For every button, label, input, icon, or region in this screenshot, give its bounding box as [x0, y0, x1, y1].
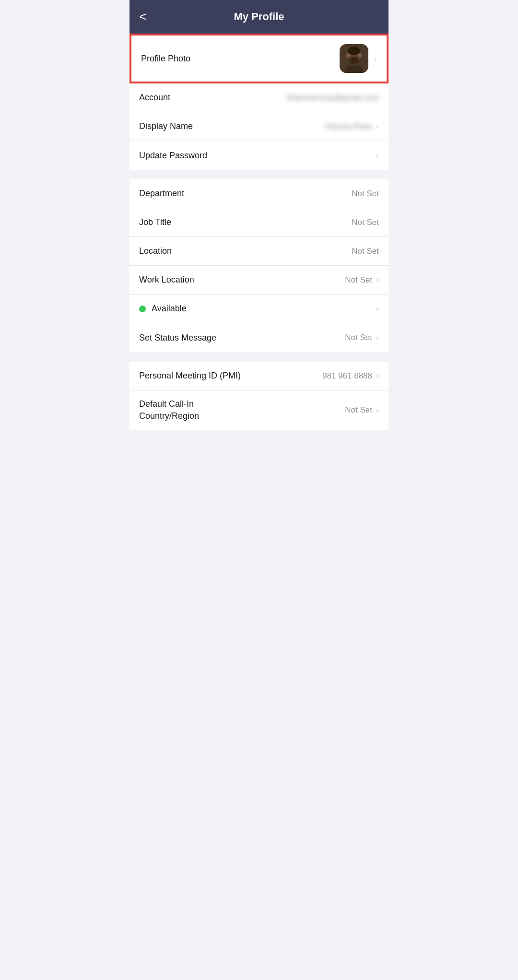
department-value: Not Set — [352, 189, 379, 199]
display-name-value: Hamza Khan — [325, 122, 372, 131]
job-title-row: Job Title Not Set — [130, 208, 388, 237]
available-left: Available — [139, 304, 187, 314]
department-right: Not Set — [352, 189, 379, 199]
set-status-row[interactable]: Set Status Message Not Set › — [130, 323, 388, 352]
pmi-value: 981 961 6888 — [322, 371, 372, 381]
set-status-value: Not Set — [345, 333, 372, 342]
set-status-chevron: › — [376, 333, 379, 343]
available-row[interactable]: Available › — [130, 295, 388, 323]
callin-value: Not Set — [345, 405, 372, 415]
pmi-label: Personal Meeting ID (PMI) — [139, 371, 241, 381]
display-name-label: Display Name — [139, 121, 193, 131]
pmi-row[interactable]: Personal Meeting ID (PMI) 981 961 6888 › — [130, 362, 388, 390]
display-name-row[interactable]: Display Name Hamza Khan › — [130, 112, 388, 141]
page-title: My Profile — [234, 11, 284, 23]
work-location-chevron: › — [376, 275, 379, 285]
account-label: Account — [139, 93, 170, 103]
work-location-value: Not Set — [345, 275, 372, 285]
section-gap-1 — [130, 170, 388, 179]
pmi-right: 981 961 6888 › — [322, 371, 379, 381]
work-location-row[interactable]: Work Location Not Set › — [130, 266, 388, 295]
department-label: Department — [139, 189, 184, 199]
available-chevron: › — [376, 304, 379, 314]
department-row: Department Not Set — [130, 179, 388, 208]
svg-point-5 — [346, 53, 349, 58]
location-label: Location — [139, 246, 172, 256]
set-status-right: Not Set › — [345, 333, 379, 343]
work-location-label: Work Location — [139, 275, 194, 285]
callin-row[interactable]: Default Call-InCountry/Region Not Set › — [130, 390, 388, 430]
display-name-right: Hamza Khan › — [325, 121, 379, 131]
available-label: Available — [152, 304, 187, 314]
available-status-dot — [139, 306, 146, 312]
callin-label: Default Call-InCountry/Region — [139, 398, 199, 422]
display-name-chevron: › — [376, 121, 379, 131]
update-password-chevron: › — [376, 151, 379, 161]
callin-right: Not Set › — [345, 405, 379, 415]
location-right: Not Set — [352, 247, 379, 256]
avatar — [340, 44, 368, 73]
details-section: Department Not Set Job Title Not Set Loc… — [130, 179, 388, 352]
profile-photo-right: › — [340, 44, 377, 73]
update-password-right: › — [376, 151, 379, 161]
work-location-right: Not Set › — [345, 275, 379, 285]
profile-photo-chevron: › — [374, 54, 377, 64]
profile-photo-label: Profile Photo — [141, 54, 190, 64]
update-password-label: Update Password — [139, 151, 207, 161]
job-title-right: Not Set — [352, 218, 379, 227]
account-row: Account khanhamzay@gmail.com — [130, 83, 388, 112]
callin-chevron: › — [376, 405, 379, 415]
account-value: khanhamzay@gmail.com — [287, 93, 379, 103]
app-header: < My Profile — [130, 0, 388, 34]
job-title-label: Job Title — [139, 217, 171, 227]
profile-photo-row[interactable]: Profile Photo › — [130, 34, 388, 83]
svg-point-4 — [348, 47, 360, 55]
section-gap-2 — [130, 352, 388, 362]
svg-point-7 — [349, 57, 359, 64]
back-button[interactable]: < — [139, 10, 147, 24]
pmi-chevron: › — [376, 371, 379, 381]
job-title-value: Not Set — [352, 218, 379, 227]
location-value: Not Set — [352, 247, 379, 256]
account-section: Account khanhamzay@gmail.com Display Nam… — [130, 83, 388, 170]
update-password-row[interactable]: Update Password › — [130, 141, 388, 170]
set-status-label: Set Status Message — [139, 333, 216, 343]
location-row: Location Not Set — [130, 237, 388, 266]
account-right: khanhamzay@gmail.com — [287, 93, 379, 103]
meeting-section: Personal Meeting ID (PMI) 981 961 6888 ›… — [130, 362, 388, 430]
svg-point-6 — [359, 53, 362, 58]
available-right: › — [376, 304, 379, 314]
